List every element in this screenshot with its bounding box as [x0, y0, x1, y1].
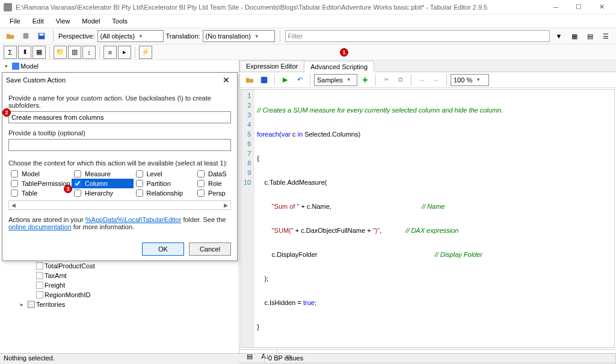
tree-item[interactable]: TotalProductCost	[2, 261, 236, 271]
open-script-icon[interactable]	[243, 73, 256, 87]
view-icon-2[interactable]: ▤	[584, 29, 597, 43]
action-icon[interactable]: ⚡	[139, 46, 152, 59]
context-grid: Model TablePermission Table Measure Colu…	[8, 169, 231, 198]
dialog-close-button[interactable]: ✕	[219, 75, 233, 85]
menu-view[interactable]: View	[51, 16, 75, 26]
tooltip-input[interactable]	[8, 139, 231, 151]
script-toolbar: ▶ ↶ Samples▼ + ✂ ⧉ → ← 100 %▼	[239, 72, 616, 88]
annotation-badge-2: 2	[2, 108, 11, 117]
hierarchy-icon[interactable]: ⬍	[18, 46, 31, 59]
ctx-column[interactable]: Column	[72, 179, 134, 188]
sort-icon[interactable]: ↕	[82, 46, 96, 59]
annotation-badge-1: 1	[340, 48, 348, 57]
sigma-icon[interactable]: Σ	[4, 46, 17, 59]
menu-edit[interactable]: Edit	[28, 16, 49, 26]
outdent-icon: ←	[430, 73, 443, 87]
status-bar: Nothing selected. 0 BP issues	[0, 353, 616, 364]
translation-combo[interactable]: (No translation)▼	[203, 30, 275, 42]
add-icon[interactable]: +	[359, 73, 372, 87]
ctx-hierarchy[interactable]: Hierarchy	[72, 188, 134, 198]
minimize-button[interactable]: ─	[545, 1, 567, 14]
editor-tabs: Expression Editor Advanced Scripting	[239, 60, 616, 72]
tree-item[interactable]: RegionMonthID	[2, 290, 236, 300]
undo-icon[interactable]: ↶	[293, 73, 306, 87]
folder-icon[interactable]: 📁	[54, 46, 67, 59]
tree-item-selected[interactable]: Freight	[2, 280, 236, 290]
app-icon	[4, 3, 12, 11]
samples-combo[interactable]: Samples▼	[314, 74, 357, 86]
table-icon[interactable]: ▦	[32, 46, 46, 59]
secondary-toolbar: Σ ⬍ ▦ 📁 ▥ ↕ ≡ ▸ ⚡	[0, 45, 616, 60]
column-icon[interactable]: ▥	[68, 46, 81, 59]
svg-rect-2	[40, 34, 44, 36]
macro-icon[interactable]: ▸	[118, 46, 131, 59]
run-icon[interactable]: ▶	[279, 73, 292, 87]
tree-item[interactable]: TaxAmt	[2, 271, 236, 280]
ctx-tablepermission[interactable]: TablePermission	[8, 179, 72, 188]
annotation-badge-3: 3	[64, 185, 72, 193]
menu-file[interactable]: File	[5, 16, 25, 26]
dialog-title: Save Custom Action	[6, 76, 219, 84]
ok-button[interactable]: OK	[142, 242, 184, 256]
ctx-measure[interactable]: Measure	[72, 169, 134, 179]
action-name-input[interactable]	[8, 111, 231, 123]
cut-icon: ✂	[380, 73, 393, 87]
perspective-label: Perspective:	[58, 32, 95, 40]
view-icon-3[interactable]: ☰	[599, 29, 612, 43]
ctx-role[interactable]: Role	[195, 179, 231, 188]
line-gutter: 12345678910	[241, 90, 254, 347]
cancel-button[interactable]: Cancel	[189, 242, 231, 256]
appdata-link[interactable]: %AppData%\Local\TabularEditor	[85, 216, 182, 223]
code-editor[interactable]: 12345678910 // Creates a SUM measure for…	[241, 89, 615, 348]
footer-text: Actions are stored in your %AppData%\Loc…	[8, 216, 231, 230]
main-toolbar: Perspective: (All objects)▼ Translation:…	[0, 28, 616, 45]
menu-model[interactable]: Model	[77, 16, 105, 26]
perspective-combo[interactable]: (All objects)▼	[97, 30, 164, 42]
context-scrollbar[interactable]: ◄►	[8, 200, 231, 210]
ctx-model[interactable]: Model	[8, 169, 72, 179]
close-button[interactable]: ✕	[591, 1, 612, 14]
tab-expression-editor[interactable]: Expression Editor	[239, 60, 304, 72]
status-selection: Nothing selected.	[0, 354, 265, 364]
zoom-combo[interactable]: 100 %▼	[451, 74, 489, 86]
indent-icon: →	[415, 73, 428, 87]
ctx-relationship[interactable]: Relationship	[134, 188, 196, 198]
save-custom-action-dialog: Save Custom Action ✕ Provide a name for …	[2, 72, 238, 261]
open-button[interactable]	[4, 29, 17, 43]
ctx-table[interactable]: Table	[8, 188, 72, 198]
view-icon-1[interactable]: ▦	[568, 29, 581, 43]
save-script-icon[interactable]	[257, 73, 271, 87]
ctx-datasource[interactable]: DataS	[195, 169, 231, 179]
translation-label: Translation:	[166, 32, 200, 40]
filter-icon[interactable]: ▼	[552, 29, 565, 43]
context-label: Choose the context for which this action…	[8, 159, 231, 167]
maximize-button[interactable]: ☐	[568, 1, 590, 14]
svg-rect-3	[261, 76, 268, 83]
menu-bar: File Edit View Model Tools	[0, 14, 616, 28]
title-bar: E:\Ramana Varanasi\Excelerator BI Pty Lt…	[0, 0, 616, 14]
status-bp: 0 BP issues	[265, 354, 616, 364]
ctx-level[interactable]: Level	[134, 169, 196, 179]
window-title: E:\Ramana Varanasi\Excelerator BI Pty Lt…	[16, 4, 545, 11]
tab-advanced-scripting[interactable]: Advanced Scripting	[304, 61, 374, 72]
ctx-perspective[interactable]: Persp	[195, 188, 231, 198]
copy-icon: ⧉	[394, 73, 407, 87]
tooltip-label: Provide a tooltip (optional)	[8, 129, 231, 137]
docs-link[interactable]: online documentation	[8, 223, 72, 230]
db-button[interactable]	[19, 29, 32, 43]
menu-tools[interactable]: Tools	[107, 16, 132, 26]
name-label: Provide a name for your custom action. U…	[8, 94, 231, 109]
model-icon	[12, 63, 19, 70]
ctx-partition[interactable]: Partition	[134, 179, 196, 188]
save-button[interactable]	[35, 29, 48, 43]
tree-table[interactable]: ▸Territories	[2, 300, 236, 309]
filter-input[interactable]: Filter	[285, 30, 550, 42]
tree-root[interactable]: ▾ Model	[2, 61, 236, 71]
script-icon[interactable]: ≡	[103, 46, 117, 59]
